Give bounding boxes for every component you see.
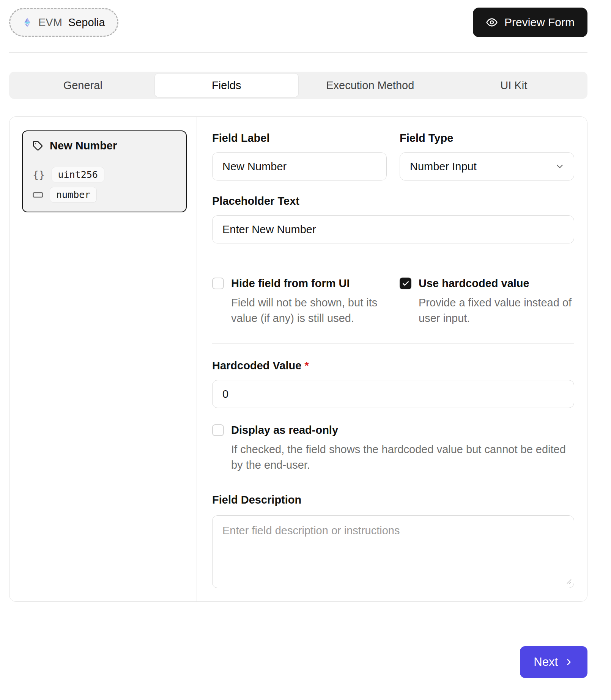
field-label-group: Field Label [212,132,387,180]
tabbar: General Fields Execution Method UI Kit [9,72,587,99]
field-label-label: Field Label [212,132,387,144]
section-divider-2 [212,343,574,344]
placeholder-input[interactable] [212,215,574,243]
field-description-label: Field Description [212,494,574,506]
field-card-new-number[interactable]: New Number {} uint256 [22,130,187,212]
preview-form-button[interactable]: Preview Form [473,8,587,37]
field-card-header: New Number [33,140,176,152]
read-only-group: Display as read-only If checked, the fie… [212,424,574,472]
input-kind-badge: number [50,187,97,202]
input-type-row: number [33,187,176,202]
tab-general[interactable]: General [11,74,155,97]
fields-panel: New Number {} uint256 [9,116,587,602]
field-card-title: New Number [50,140,117,152]
chevron-down-icon [555,162,565,171]
eye-icon [486,16,498,28]
hide-field-label[interactable]: Hide field from form UI [231,277,350,290]
hide-field-description: Field will not be shown, but its value (… [231,295,387,326]
footer: Next [9,646,587,678]
header: EVM Sepolia Preview Form [9,8,587,53]
next-button-label: Next [534,655,558,669]
ethereum-icon [22,15,32,30]
tab-fields[interactable]: Fields [155,74,299,97]
solidity-type-badge: uint256 [52,167,104,182]
field-type-select[interactable]: Number Input [400,152,574,180]
use-hardcoded-checkbox[interactable] [400,278,411,289]
form-builder-page: EVM Sepolia Preview Form General Fields … [0,0,611,678]
chain-label: EVM [38,16,62,29]
hardcoded-value-label: Hardcoded Value * [212,359,574,372]
input-field-icon [33,190,43,200]
hide-field-checkbox[interactable] [212,278,224,289]
read-only-description: If checked, the field shows the hardcode… [231,442,574,472]
next-button[interactable]: Next [520,646,587,678]
field-list: New Number {} uint256 [9,117,197,601]
section-divider-1 [212,261,574,261]
field-type-value: Number Input [410,160,477,173]
field-type-label: Field Type [400,132,574,144]
preview-form-label: Preview Form [504,16,575,29]
network-badge[interactable]: EVM Sepolia [9,8,118,37]
placeholder-label: Placeholder Text [212,195,574,207]
field-description-group: Field Description [212,494,574,588]
network-label: Sepolia [68,16,105,29]
field-type-group: Field Type Number Input [400,132,574,180]
tag-icon [33,141,43,151]
required-asterisk: * [304,359,309,372]
field-card-divider [33,159,176,159]
field-editor: Field Label Field Type Number Input Plac… [197,117,587,601]
hardcoded-value-input[interactable] [212,380,574,408]
tab-ui-kit[interactable]: UI Kit [442,74,586,97]
braces-icon: {} [33,169,45,180]
tab-execution-method[interactable]: Execution Method [298,74,442,97]
field-label-input[interactable] [212,152,387,180]
use-hardcoded-group: Use hardcoded value Provide a fixed valu… [400,277,574,326]
field-description-textarea[interactable] [212,515,574,588]
use-hardcoded-description: Provide a fixed value instead of user in… [419,295,574,326]
read-only-label[interactable]: Display as read-only [231,424,338,436]
hardcoded-value-group: Hardcoded Value * [212,359,574,408]
field-type-row: {} uint256 [33,167,176,182]
chevron-right-icon [564,657,574,667]
use-hardcoded-label[interactable]: Use hardcoded value [419,277,529,290]
hide-field-group: Hide field from form UI Field will not b… [212,277,387,326]
placeholder-group: Placeholder Text [212,195,574,243]
read-only-checkbox[interactable] [212,424,224,436]
